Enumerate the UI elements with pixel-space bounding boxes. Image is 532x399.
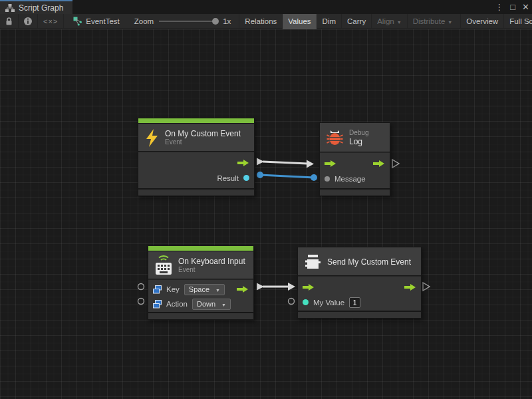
result-port-dot[interactable] xyxy=(243,175,249,181)
node-send-my-custom-event[interactable]: Send My Custom Event My Value 1 xyxy=(298,247,421,318)
lock-icon xyxy=(5,17,13,26)
node-subtitle: Event xyxy=(178,266,245,274)
zoom-slider[interactable] xyxy=(159,18,217,25)
tab-script-graph[interactable]: Script Graph xyxy=(0,0,72,14)
node-header[interactable]: On Keyboard Input Event xyxy=(148,251,253,279)
key-port-label: Key xyxy=(166,285,180,293)
wire-layer xyxy=(0,29,532,399)
overview-button[interactable]: Overview xyxy=(460,14,503,29)
action-dropdown[interactable]: Down ▼ xyxy=(192,299,231,310)
key-input-port[interactable] xyxy=(138,284,144,290)
zoom-label: Zoom xyxy=(134,17,154,25)
align-button[interactable]: Align ▼ xyxy=(371,14,407,29)
window-tab-bar: Script Graph ⋮ □ ✕ xyxy=(0,0,532,14)
action-port-label: Action xyxy=(166,300,188,308)
flow-output-arrow-icon[interactable] xyxy=(237,159,249,167)
value-wire-result-to-message[interactable] xyxy=(257,172,317,181)
flow-wire-keyboard-to-send[interactable] xyxy=(257,283,295,291)
event-color-bar xyxy=(138,118,254,124)
node-title: Log xyxy=(349,137,368,146)
node-body: Key Space ▼ Action Down ▼ xyxy=(148,279,253,312)
node-body: Message xyxy=(320,152,390,188)
node-header[interactable]: On My Custom Event Event xyxy=(138,124,254,152)
edit-graph-button[interactable]: <×> xyxy=(37,14,63,29)
zoom-slider-handle[interactable] xyxy=(212,18,219,25)
node-header[interactable]: Debug Log xyxy=(320,123,390,152)
node-debug-log[interactable]: Debug Log Message xyxy=(320,123,390,196)
dim-button[interactable]: Dim xyxy=(317,14,341,29)
graph-toolbar: <×> EventTest Zoom 1x Relations Values D… xyxy=(0,14,532,29)
dropdown-caret-icon: ▼ xyxy=(215,288,220,293)
graph-asset-icon xyxy=(73,17,82,26)
node-subtitle: Event xyxy=(165,138,241,146)
relations-button[interactable]: Relations xyxy=(239,14,282,29)
log-flow-out-port[interactable] xyxy=(392,160,399,168)
node-body: My Value 1 xyxy=(298,276,421,311)
info-icon xyxy=(23,17,33,26)
tab-title: Script Graph xyxy=(19,3,63,13)
node-footer xyxy=(298,312,421,318)
node-title: Send My Custom Event xyxy=(327,257,411,267)
enum-icon xyxy=(153,300,162,309)
info-button[interactable] xyxy=(18,14,37,29)
my-value-port-label: My Value xyxy=(313,299,344,307)
breadcrumb-graph-name: EventTest xyxy=(86,17,120,25)
flow-output-arrow-icon[interactable] xyxy=(237,285,249,293)
graph-canvas[interactable]: On My Custom Event Event Result xyxy=(0,29,532,399)
lightning-bolt-icon xyxy=(145,129,159,147)
code-brackets-icon: <×> xyxy=(43,17,58,25)
lock-button[interactable] xyxy=(0,14,18,29)
keyboard-input-icon xyxy=(155,255,172,275)
node-kicker: Debug xyxy=(349,129,368,137)
my-value-input[interactable]: 1 xyxy=(349,297,360,308)
node-title: On Keyboard Input xyxy=(178,257,245,266)
flow-wire-event-to-log[interactable] xyxy=(257,158,314,168)
window-close-icon[interactable]: ✕ xyxy=(522,0,529,14)
flow-output-arrow-icon[interactable] xyxy=(404,283,416,291)
breadcrumb[interactable]: EventTest xyxy=(63,14,126,29)
window-menu-icon[interactable]: ⋮ xyxy=(495,0,503,14)
distribute-button[interactable]: Distribute ▼ xyxy=(407,14,458,29)
flow-input-arrow-icon[interactable] xyxy=(303,283,315,291)
fullscreen-button[interactable]: Full Screen xyxy=(503,14,532,29)
zoom-control: Zoom 1x xyxy=(126,17,239,25)
node-on-my-custom-event[interactable]: On My Custom Event Event Result xyxy=(138,118,254,196)
graph-hierarchy-icon xyxy=(5,4,15,12)
values-button[interactable]: Values xyxy=(282,14,316,29)
zoom-value: 1x xyxy=(223,17,231,25)
node-title: On My Custom Event xyxy=(165,129,241,138)
node-body: Result xyxy=(138,152,254,188)
custom-event-icon xyxy=(305,253,321,271)
zoom-slider-track[interactable] xyxy=(159,21,217,22)
carry-button[interactable]: Carry xyxy=(341,14,371,29)
node-footer xyxy=(148,313,253,319)
distribute-caret-icon: ▼ xyxy=(448,20,452,25)
message-port-label: Message xyxy=(334,175,366,183)
send-flow-out-port[interactable] xyxy=(423,283,430,291)
window-maximize-icon[interactable]: □ xyxy=(510,0,515,14)
node-header[interactable]: Send My Custom Event xyxy=(298,247,421,276)
message-port-dot[interactable] xyxy=(325,176,330,182)
node-footer xyxy=(320,190,390,196)
key-dropdown[interactable]: Space ▼ xyxy=(184,284,225,295)
my-value-port-dot[interactable] xyxy=(303,299,309,305)
my-value-input-port[interactable] xyxy=(289,299,295,305)
dropdown-caret-icon: ▼ xyxy=(221,303,226,307)
result-port-label: Result xyxy=(217,174,239,182)
event-color-bar xyxy=(148,246,253,251)
flow-output-arrow-icon[interactable] xyxy=(373,160,385,168)
bug-icon xyxy=(327,129,343,146)
action-input-port[interactable] xyxy=(138,299,144,305)
node-on-keyboard-input[interactable]: On Keyboard Input Event Key Space ▼ xyxy=(148,246,253,319)
node-footer xyxy=(138,190,254,196)
enum-icon xyxy=(153,285,162,294)
flow-input-arrow-icon[interactable] xyxy=(325,160,336,168)
align-caret-icon: ▼ xyxy=(397,20,402,25)
